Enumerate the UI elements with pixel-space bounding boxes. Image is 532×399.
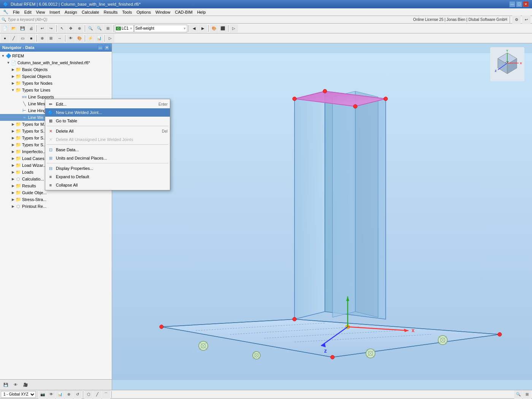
ctx-new-welded[interactable]: 🔷 New Line Welded Joint... xyxy=(45,108,170,117)
next-lc-btn[interactable]: ▶ xyxy=(199,24,207,33)
ctx-delete-all[interactable]: ✕ Delete All Del xyxy=(45,127,170,135)
ctx-base-data[interactable]: ⊡ Base Data... xyxy=(45,146,170,154)
lc-dropdown[interactable]: G LC1 ▼ xyxy=(115,25,134,32)
snap2-btn[interactable]: ⊞ xyxy=(47,34,55,43)
tree-root-rfem[interactable]: ▼ 🔷 RFEM xyxy=(0,52,112,59)
solid-btn[interactable]: ■ xyxy=(27,34,35,43)
tree-special-objects[interactable]: ▶ 📁 Special Objects xyxy=(0,73,112,80)
navigator-header: Navigator - Data — ✕ xyxy=(0,43,112,52)
menu-assign[interactable]: Assign xyxy=(62,8,79,16)
bt-btn4[interactable]: ⊕ xyxy=(65,390,73,399)
ctx-edit[interactable]: ✏ Edit... Enter xyxy=(45,100,170,108)
bt-btn3[interactable]: 📊 xyxy=(56,390,64,399)
viewport[interactable]: x z -Y xyxy=(112,43,532,390)
expand-types-lines: ▼ xyxy=(11,88,15,92)
print-btn[interactable]: 🖨 xyxy=(27,24,35,33)
tree-types-nodes[interactable]: ▶ 📁 Types for Nodes xyxy=(0,80,112,87)
new-btn[interactable]: 📄 xyxy=(1,24,9,33)
line-btn[interactable]: ╱ xyxy=(10,34,18,43)
menu-cad-bim[interactable]: CAD-BIM xyxy=(173,8,195,16)
color-btn[interactable]: 🎨 xyxy=(75,34,84,43)
more-btn1[interactable]: ▷ xyxy=(230,24,238,33)
bt-btn1[interactable]: 📷 xyxy=(38,390,47,399)
tree-basic-objects[interactable]: ▶ 📁 Basic Objects xyxy=(0,66,112,73)
bt-draw3[interactable]: ⌒ xyxy=(102,390,110,399)
undo-btn[interactable]: ↩ xyxy=(38,24,46,33)
restore-button[interactable]: ↩ xyxy=(522,16,530,24)
ctx-display-props-label: Display Properties... xyxy=(56,166,168,171)
lw2-label: Load Wizar... xyxy=(22,163,46,168)
bt-draw1[interactable]: ⬡ xyxy=(84,390,93,399)
ts1-label: Types for S... xyxy=(22,129,47,133)
move-btn[interactable]: ✥ xyxy=(66,24,75,33)
zoom-all-btn[interactable]: ⊞ xyxy=(104,24,112,33)
lc-name-dropdown[interactable]: Self-weight ▼ xyxy=(134,25,187,32)
render-btn[interactable]: 🎨 xyxy=(210,24,218,33)
menu-window[interactable]: Window xyxy=(153,8,173,16)
menu-tools[interactable]: Tools xyxy=(120,8,134,16)
tree-file[interactable]: ▼ 📄 Column_base_with_line_weld_finished.… xyxy=(0,59,112,66)
bt-btn2[interactable]: 👁 xyxy=(47,390,55,399)
menu-options[interactable]: Options xyxy=(134,8,153,16)
coord-system-select[interactable]: 1 - Global XYZ xyxy=(1,391,36,398)
node-btn[interactable]: ● xyxy=(1,34,9,43)
expand-ls xyxy=(17,95,21,99)
bt-draw2[interactable]: ╱ xyxy=(93,390,101,399)
save-btn[interactable]: 💾 xyxy=(18,24,27,33)
bt-right1[interactable]: 🔍 xyxy=(514,390,522,399)
menu-calculate[interactable]: Calculate xyxy=(79,8,101,16)
ctx-goto-table[interactable]: ⊞ Go to Table xyxy=(45,117,170,125)
view3d-btn[interactable]: ⬛ xyxy=(218,24,227,33)
tree-stress-strain[interactable]: ▶ 📁 Stress-Stra... xyxy=(0,196,112,203)
ctx-display-props[interactable]: ⊟ Display Properties... xyxy=(45,164,170,173)
close-button[interactable]: ✕ xyxy=(523,1,529,7)
tree-types-lines[interactable]: ▼ 📁 Types for Lines xyxy=(0,87,112,93)
zoom-out-btn[interactable]: 🔍 xyxy=(95,24,103,33)
menu-help[interactable]: Help xyxy=(195,8,208,16)
maximize-button[interactable]: ☐ xyxy=(516,1,522,7)
menu-file[interactable]: File xyxy=(11,8,22,16)
ctx-base-data-label: Base Data... xyxy=(56,147,168,152)
display-btn[interactable]: 👁 xyxy=(66,34,75,43)
bt-btn5[interactable]: ↺ xyxy=(73,390,82,399)
open-btn[interactable]: 📂 xyxy=(10,24,18,33)
ctx-units[interactable]: ⊞ Units and Decimal Places... xyxy=(45,154,170,162)
snap-btn[interactable]: ⊕ xyxy=(38,34,46,43)
menu-icon[interactable]: 🔧 xyxy=(1,8,11,16)
menu-insert[interactable]: Insert xyxy=(47,8,62,16)
navigator-panel: Navigator - Data — ✕ ▼ 🔷 RFEM ▼ 📄 Column… xyxy=(0,43,112,390)
nav-cam-btn[interactable]: 🎥 xyxy=(21,381,30,389)
bottom-toolbar: 1 - Global XYZ 📷 👁 📊 ⊕ ↺ ⬡ ╱ ⌒ 🔍 ⊞ xyxy=(0,390,532,398)
bt-right2[interactable]: ⊞ xyxy=(523,390,531,399)
ctx-collapse-all[interactable]: ≡ Collapse All xyxy=(45,181,170,189)
expand-rfem: ▼ xyxy=(1,54,5,58)
nav-eye-btn[interactable]: 👁 xyxy=(11,381,20,389)
minimize-button[interactable]: — xyxy=(509,1,515,7)
expand-ts1: ▶ xyxy=(11,129,15,133)
nav-save-btn[interactable]: 💾 xyxy=(2,381,10,389)
result-btn[interactable]: 📊 xyxy=(95,34,103,43)
expand-file: ▼ xyxy=(6,60,11,65)
file-label: Column_base_with_line_weld_finished.rf6* xyxy=(17,61,90,65)
surface-btn[interactable]: ▭ xyxy=(18,34,27,43)
dim-btn[interactable]: ↔ xyxy=(55,34,64,43)
prev-lc-btn[interactable]: ◀ xyxy=(190,24,198,33)
nav-close-btn[interactable]: ✕ xyxy=(104,45,109,50)
expand-results: ▶ xyxy=(11,184,15,188)
tm-label: Types for M... xyxy=(22,122,48,127)
zoom-in-btn[interactable]: 🔍 xyxy=(86,24,95,33)
cube-navigator[interactable]: -Y X Y Z xyxy=(490,47,524,81)
menu-edit[interactable]: Edit xyxy=(22,8,34,16)
calc-btn[interactable]: ⚡ xyxy=(86,34,95,43)
copy-btn[interactable]: ⊕ xyxy=(75,24,84,33)
menu-results[interactable]: Results xyxy=(101,8,120,16)
redo-btn[interactable]: ↪ xyxy=(47,24,55,33)
nav-minimize-btn[interactable]: — xyxy=(98,45,103,50)
settings-button[interactable]: ⚙ xyxy=(512,16,521,24)
svg-point-17 xyxy=(384,97,388,101)
more-btn2[interactable]: ▷ xyxy=(106,34,114,43)
tree-printout[interactable]: ▶ ⬡ Printout Re... xyxy=(0,203,112,210)
ctx-expand-default[interactable]: ≡ Expand to Default xyxy=(45,173,170,181)
select-btn[interactable]: ↖ xyxy=(58,24,66,33)
menu-view[interactable]: View xyxy=(34,8,48,16)
